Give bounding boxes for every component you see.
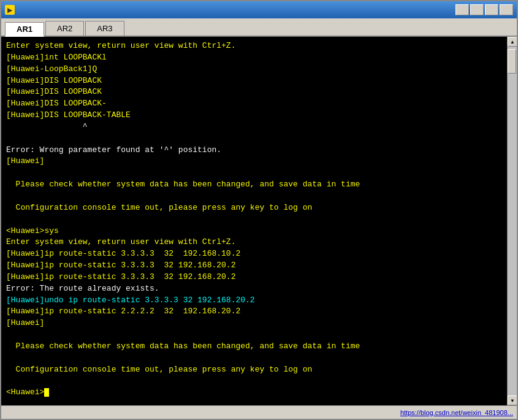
- terminal-line: [Huawei]DIS LOOPBACK-TABLE: [6, 110, 502, 121]
- terminal-line: Enter system view, return user view with…: [6, 237, 502, 248]
- terminal-line: [6, 375, 502, 387]
- restore-button[interactable]: [455, 4, 469, 15]
- terminal-line: [6, 214, 502, 226]
- terminal-line: [6, 353, 502, 364]
- terminal-line: Error: Wrong parameter found at '^' posi…: [6, 145, 502, 156]
- terminal-line: <Huawei>: [6, 387, 502, 399]
- terminal-line: [6, 133, 502, 145]
- terminal-line: ^: [6, 121, 502, 133]
- tab-ar2[interactable]: AR2: [45, 21, 84, 36]
- terminal-line: [Huawei]DIS LOOPBACK-: [6, 98, 502, 110]
- terminal-line: [6, 329, 502, 341]
- close-button[interactable]: [500, 4, 513, 15]
- terminal-line: [Huawei]ip route-static 3.3.3.3 32 192.1…: [6, 260, 502, 272]
- terminal-line: [Huawei-LoopBack1]Q: [6, 64, 502, 75]
- terminal-line: [Huawei]: [6, 318, 502, 329]
- main-window: ▶ AR1 AR2 AR3 Enter system view, return …: [0, 0, 518, 420]
- terminal-line: Error: The route already exists.: [6, 283, 502, 295]
- terminal-line: [6, 167, 502, 179]
- terminal-line: Please check whether system data has bee…: [6, 179, 502, 191]
- status-bar: https://blog.csdn.net/weixin_481908...: [1, 405, 517, 419]
- terminal-line: [Huawei]: [6, 156, 502, 167]
- terminal-output[interactable]: Enter system view, return user view with…: [1, 37, 507, 405]
- status-url: https://blog.csdn.net/weixin_481908...: [400, 409, 513, 416]
- maximize-button[interactable]: [485, 4, 498, 15]
- terminal-line: [6, 191, 502, 202]
- terminal-line: [Huawei]ip route-static 3.3.3.3 32 192.1…: [6, 248, 502, 260]
- terminal-line: [Huawei]ip route-static 2.2.2.2 32 192.1…: [6, 306, 502, 318]
- terminal-cursor: [44, 388, 49, 397]
- terminal-line: Please check whether system data has bee…: [6, 341, 502, 353]
- terminal-line: [Huawei]DIS LOOPBACK: [6, 86, 502, 98]
- terminal-line: [Huawei]ip route-static 3.3.3.3 32 192.1…: [6, 272, 502, 283]
- title-controls: [455, 4, 513, 15]
- terminal-line: [Huawei]DIS LOOPBACK: [6, 75, 502, 87]
- scroll-down-button[interactable]: ▼: [508, 395, 517, 405]
- tab-bar: AR1 AR2 AR3: [1, 18, 517, 37]
- title-bar: ▶: [1, 1, 517, 18]
- scrollbar[interactable]: ▲ ▼: [507, 37, 517, 405]
- scroll-thumb[interactable]: [508, 49, 516, 74]
- terminal-line: Configuration console time out, please p…: [6, 364, 502, 376]
- scroll-up-button[interactable]: ▲: [508, 37, 517, 47]
- terminal-line: [Huawei]undo ip route-static 3.3.3.3 32 …: [6, 295, 502, 307]
- minimize-button[interactable]: [470, 4, 484, 15]
- title-bar-left: ▶: [5, 5, 18, 15]
- terminal-line: Configuration console time out, please p…: [6, 202, 502, 214]
- terminal-line: <Huawei>sys: [6, 226, 502, 237]
- tab-ar3[interactable]: AR3: [85, 21, 124, 36]
- app-icon: ▶: [5, 5, 15, 15]
- scroll-track[interactable]: [508, 47, 517, 395]
- terminal-container: Enter system view, return user view with…: [1, 37, 517, 405]
- terminal-line: [Huawei]int LOOPBACKl: [6, 52, 502, 64]
- tab-ar1[interactable]: AR1: [5, 22, 44, 37]
- terminal-line: Enter system view, return user view with…: [6, 40, 502, 52]
